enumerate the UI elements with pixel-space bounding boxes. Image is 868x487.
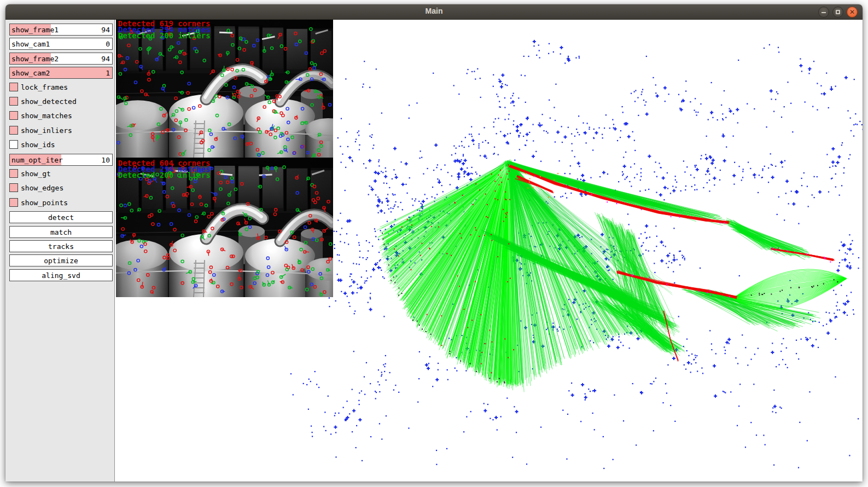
slider-value: 0: [106, 40, 110, 48]
checkbox-show_matches[interactable]: show_matches: [9, 110, 113, 122]
checkbox-checked-icon[interactable]: [9, 126, 18, 135]
checkbox-label: show_gt: [21, 170, 51, 178]
slider-num_opt_iter[interactable]: num_opt_iter10: [9, 154, 113, 166]
button-label: tracks: [48, 242, 74, 251]
slider-label: show_cam1: [11, 40, 50, 48]
checkbox-label: show_edges: [21, 184, 63, 192]
slider-show_cam2[interactable]: show_cam21: [9, 67, 113, 79]
button-label: optimize: [44, 257, 78, 265]
checkbox-label: lock_frames: [21, 83, 68, 91]
checkbox-checked-icon[interactable]: [9, 111, 18, 120]
slider-value: 94: [101, 55, 110, 63]
checkbox-checked-icon[interactable]: [9, 169, 18, 178]
slider-value: 10: [101, 156, 110, 164]
slider-label: show_cam2: [11, 69, 50, 77]
checkbox-show_points[interactable]: show_points: [9, 197, 113, 209]
button-label: match: [50, 228, 72, 236]
camera-view-2: [116, 159, 333, 297]
checkbox-label: show_detected: [21, 97, 77, 106]
checkbox-label: show_points: [21, 199, 68, 207]
button-label: aling_svd: [42, 271, 80, 280]
camera-view-1: [116, 20, 333, 158]
checkbox-label: show_ids: [21, 141, 55, 149]
checkbox-label: show_inliers: [21, 126, 72, 135]
checkbox-checked-icon[interactable]: [9, 83, 18, 91]
button-aling_svd[interactable]: aling_svd: [9, 269, 113, 281]
viewport-3d[interactable]: Detected 619 cornersDetected 294 matches…: [115, 20, 863, 482]
control-panel: show_frame194show_cam10show_frame294show…: [5, 20, 115, 482]
checkbox-show_detected[interactable]: show_detected: [9, 96, 113, 108]
button-label: detect: [48, 213, 74, 222]
checkbox-checked-icon[interactable]: [9, 97, 18, 106]
slider-label: show_frame2: [11, 55, 59, 63]
checkbox-show_ids[interactable]: show_ids: [9, 139, 113, 151]
titlebar[interactable]: ✕ Main: [5, 4, 863, 20]
checkbox-label: show_matches: [21, 112, 72, 120]
checkbox-checked-icon[interactable]: [9, 198, 18, 207]
checkbox-checked-icon[interactable]: [9, 183, 18, 192]
button-optimize[interactable]: optimize: [9, 254, 113, 266]
slider-show_frame1[interactable]: show_frame194: [9, 24, 113, 36]
window-content: show_frame194show_cam10show_frame294show…: [5, 20, 863, 482]
checkbox-lock_frames[interactable]: lock_frames: [9, 82, 113, 94]
checkbox-show_gt[interactable]: show_gt: [9, 168, 113, 180]
checkbox-show_inliers[interactable]: show_inliers: [9, 125, 113, 137]
slider-value: 1: [106, 69, 110, 77]
button-tracks[interactable]: tracks: [9, 240, 113, 252]
slider-show_frame2[interactable]: show_frame294: [9, 53, 113, 65]
button-match[interactable]: match: [9, 226, 113, 238]
camera-views: Detected 619 cornersDetected 294 matches…: [116, 20, 333, 297]
slider-label: num_opt_iter: [11, 156, 63, 164]
slider-show_cam1[interactable]: show_cam10: [9, 38, 113, 50]
button-detect[interactable]: detect: [9, 211, 113, 223]
main-window: ✕ Main show_frame194show_cam10show_frame…: [5, 4, 863, 482]
slider-label: show_frame1: [11, 26, 59, 34]
checkbox-show_edges[interactable]: show_edges: [9, 182, 113, 194]
window-title: Main: [5, 7, 863, 15]
slider-value: 94: [101, 26, 110, 34]
checkbox-unchecked-icon[interactable]: [9, 140, 18, 149]
